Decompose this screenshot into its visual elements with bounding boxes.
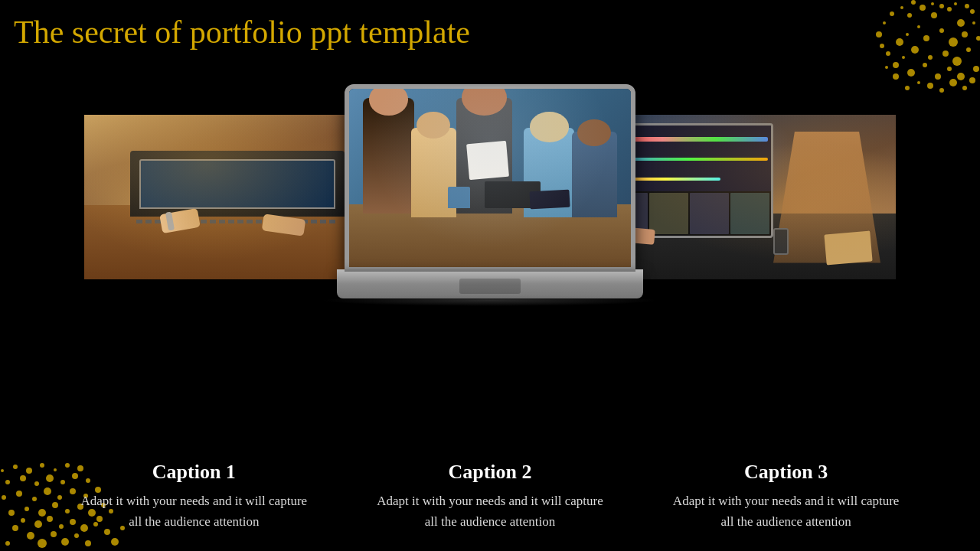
svg-point-87 xyxy=(13,465,18,469)
caption-3: Caption 3 Adapt it with your needs and i… xyxy=(671,461,901,532)
svg-point-86 xyxy=(1,469,4,472)
svg-point-44 xyxy=(883,21,886,24)
svg-point-9 xyxy=(911,46,919,54)
svg-point-2 xyxy=(957,19,965,27)
svg-point-34 xyxy=(962,86,967,90)
svg-point-45 xyxy=(890,11,894,16)
svg-point-52 xyxy=(51,531,57,537)
svg-point-12 xyxy=(952,57,962,66)
svg-point-35 xyxy=(949,79,957,86)
gold-splatter-top-right xyxy=(766,0,980,107)
svg-point-46 xyxy=(900,6,903,9)
caption-2-title: Caption 2 xyxy=(375,461,605,484)
images-row xyxy=(0,99,980,344)
svg-point-57 xyxy=(34,520,42,528)
svg-point-47 xyxy=(911,0,916,5)
svg-point-11 xyxy=(942,51,949,57)
svg-point-20 xyxy=(902,56,905,59)
caption-2: Caption 2 Adapt it with your needs and i… xyxy=(375,461,605,532)
svg-point-81 xyxy=(34,481,39,486)
svg-point-73 xyxy=(32,497,37,501)
svg-point-88 xyxy=(26,468,32,474)
svg-point-16 xyxy=(947,67,952,71)
svg-point-63 xyxy=(8,510,15,516)
svg-point-39 xyxy=(905,86,910,90)
svg-point-8 xyxy=(917,25,920,28)
svg-point-80 xyxy=(20,475,26,481)
svg-point-0 xyxy=(931,12,937,18)
svg-point-15 xyxy=(957,73,965,80)
svg-point-27 xyxy=(931,2,934,5)
svg-point-7 xyxy=(923,35,929,41)
svg-point-71 xyxy=(2,495,6,500)
svg-point-43 xyxy=(876,31,882,37)
svg-point-50 xyxy=(5,541,10,546)
caption-1-title: Caption 1 xyxy=(79,461,309,484)
svg-point-13 xyxy=(966,47,971,52)
svg-point-56 xyxy=(21,518,25,523)
svg-point-3 xyxy=(970,9,975,14)
svg-point-6 xyxy=(939,28,944,33)
svg-point-14 xyxy=(973,66,979,72)
svg-point-21 xyxy=(893,62,899,68)
svg-point-33 xyxy=(969,77,975,83)
svg-point-18 xyxy=(923,63,927,67)
svg-point-55 xyxy=(85,540,91,546)
svg-point-22 xyxy=(886,51,890,56)
svg-point-4 xyxy=(962,31,968,37)
svg-point-23 xyxy=(896,38,903,46)
svg-point-24 xyxy=(906,33,909,36)
svg-point-10 xyxy=(928,55,933,60)
caption-3-text: Adapt it with your needs and it will cap… xyxy=(671,491,901,532)
slide-title: The secret of portfolio ppt template xyxy=(14,14,470,51)
svg-point-19 xyxy=(907,69,915,77)
svg-point-37 xyxy=(927,83,933,89)
svg-point-53 xyxy=(61,538,69,546)
svg-point-41 xyxy=(885,66,888,69)
laptop-mockup xyxy=(337,84,643,314)
svg-point-25 xyxy=(907,13,912,18)
svg-point-32 xyxy=(976,36,980,41)
svg-point-64 xyxy=(24,507,29,511)
svg-point-72 xyxy=(16,491,22,497)
svg-point-54 xyxy=(74,533,79,538)
svg-point-5 xyxy=(949,37,958,47)
svg-point-1 xyxy=(947,7,952,11)
caption-1: Caption 1 Adapt it with your needs and i… xyxy=(79,461,309,532)
svg-point-29 xyxy=(954,2,957,5)
svg-point-79 xyxy=(5,480,10,484)
svg-point-40 xyxy=(893,73,899,80)
svg-point-38 xyxy=(917,81,920,84)
svg-point-49 xyxy=(12,525,18,531)
slide-container: The secret of portfolio ppt template xyxy=(0,0,980,551)
svg-point-42 xyxy=(880,44,884,48)
svg-point-65 xyxy=(38,509,46,517)
svg-point-30 xyxy=(965,4,969,8)
svg-point-48 xyxy=(27,532,34,540)
svg-point-94 xyxy=(111,538,119,546)
svg-point-28 xyxy=(939,4,944,8)
svg-point-36 xyxy=(939,88,944,93)
svg-point-51 xyxy=(38,539,47,548)
svg-point-17 xyxy=(935,73,941,80)
caption-3-title: Caption 3 xyxy=(671,461,901,484)
caption-1-text: Adapt it with your needs and it will cap… xyxy=(79,491,309,532)
captions-row: Caption 1 Adapt it with your needs and i… xyxy=(46,461,934,532)
svg-point-26 xyxy=(920,5,926,11)
svg-point-31 xyxy=(972,21,975,24)
svg-point-89 xyxy=(40,463,44,468)
caption-2-text: Adapt it with your needs and it will cap… xyxy=(375,491,605,532)
